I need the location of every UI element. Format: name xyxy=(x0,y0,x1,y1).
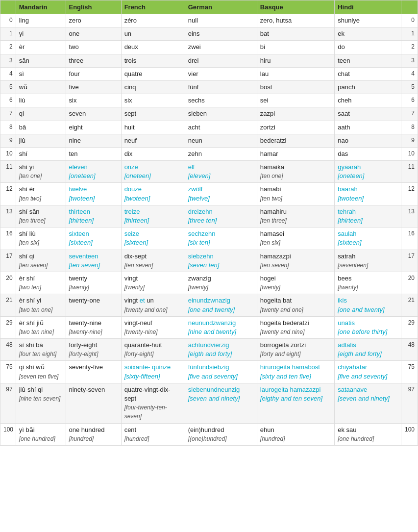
row-number-right: 97 xyxy=(401,383,418,423)
cell-german: null xyxy=(185,14,257,27)
table-row: 75qi shí wǔ[seven ten five]seventy-fives… xyxy=(0,361,418,383)
table-row: 11shí yi[ten one]eleven[oneteen]onze[one… xyxy=(0,161,418,183)
cell-basque: hamaika[ten one] xyxy=(257,161,334,183)
cell-mandarin: ling xyxy=(16,14,66,27)
table-row: 1yioneuneinsbatek1 xyxy=(0,27,418,41)
header-german: German xyxy=(185,0,257,14)
cell-french: trois xyxy=(121,54,185,67)
row-number: 100 xyxy=(0,423,16,445)
cell-english: one hundred[hundred] xyxy=(66,423,121,445)
cell-german: sechzehn[six ten] xyxy=(185,228,257,250)
row-number: 3 xyxy=(0,54,16,67)
header-hindi: Hindi xyxy=(335,0,401,14)
cell-hindi: baarah[twoteen] xyxy=(335,183,401,205)
cell-hindi: adtalis[eigth and forty] xyxy=(335,339,401,361)
cell-french: douze[twoteen] xyxy=(121,183,185,205)
row-number-right: 16 xyxy=(401,228,418,250)
row-number: 12 xyxy=(0,183,16,205)
cell-french: cinq xyxy=(121,80,185,94)
cell-french: vingt[twenty] xyxy=(121,272,185,294)
cell-english: two xyxy=(66,41,121,54)
cell-german: eins xyxy=(185,27,257,41)
cell-hindi: ek sau[one hundred] xyxy=(335,423,401,445)
row-number-right: 10 xyxy=(401,147,418,160)
cell-mandarin: jiǔ xyxy=(16,134,66,147)
header-basque: Basque xyxy=(257,0,334,14)
table-row: 29èr shí jiǔ[two ten nine]twenty-nine[tw… xyxy=(0,316,418,338)
cell-basque: hamar xyxy=(257,147,334,160)
table-row: 21èr shí yi[two ten one]twenty-onevingt … xyxy=(0,294,418,316)
cell-mandarin: sì shí bā[four ten eight] xyxy=(16,339,66,361)
cell-english: seventeen[ten seven] xyxy=(66,250,121,272)
cell-basque: lau xyxy=(257,67,334,80)
cell-english: sixteen[sixteen] xyxy=(66,228,121,250)
table-row: 97jiǔ shí qi[nine ten seven]ninety-seven… xyxy=(0,383,418,423)
row-number: 5 xyxy=(0,80,16,94)
cell-french: cent[hundred] xyxy=(121,423,185,445)
row-number: 11 xyxy=(0,161,16,183)
row-number-right: 75 xyxy=(401,361,418,383)
cell-basque: hogei[twenty] xyxy=(257,272,334,294)
cell-german: sechs xyxy=(185,94,257,107)
cell-french: quatre-vingt-dix-sept[four-twenty-ten-se… xyxy=(121,383,185,423)
row-number-right: 12 xyxy=(401,183,418,205)
cell-french: dix xyxy=(121,147,185,160)
cell-basque: borrogeita zortzi[forty and eight] xyxy=(257,339,334,361)
cell-german: neunundzwanzig[nine and twenty] xyxy=(185,316,257,338)
cell-hindi: das xyxy=(335,147,401,160)
cell-mandarin: shí sān[ten three] xyxy=(16,205,66,227)
cell-basque: bost xyxy=(257,80,334,94)
cell-german: (ein)hundred[(one)hundred] xyxy=(185,423,257,445)
row-number: 2 xyxy=(0,41,16,54)
table-row: 7qisevenseptsiebenzazpisaat7 xyxy=(0,107,418,121)
cell-english: nine xyxy=(66,134,121,147)
cell-hindi: satrah[seventeen] xyxy=(335,250,401,272)
cell-german: drei xyxy=(185,54,257,67)
row-number-right: 5 xyxy=(401,80,418,94)
row-number-right: 4 xyxy=(401,67,418,80)
row-number: 7 xyxy=(0,107,16,121)
table-row: 3sānthreetroisdreihiruteen3 xyxy=(0,54,418,67)
cell-english: twelve[twoteen] xyxy=(66,183,121,205)
row-number-right: 11 xyxy=(401,161,418,183)
cell-english: one xyxy=(66,27,121,41)
cell-hindi: sataanave[seven and ninety] xyxy=(335,383,401,423)
cell-german: acht xyxy=(185,121,257,134)
cell-french: deux xyxy=(121,41,185,54)
cell-french: un xyxy=(121,27,185,41)
cell-basque: bat xyxy=(257,27,334,41)
row-number-right: 29 xyxy=(401,316,418,338)
table-row: 13shí sān[ten three]thirteen[thirteen]tr… xyxy=(0,205,418,227)
cell-mandarin: jiǔ shí qi[nine ten seven] xyxy=(16,383,66,423)
cell-hindi: cheh xyxy=(335,94,401,107)
row-number: 13 xyxy=(0,205,16,227)
cell-german: fünfundsiebzig[five and seventy] xyxy=(185,361,257,383)
cell-german: vier xyxy=(185,67,257,80)
cell-hindi: chat xyxy=(335,67,401,80)
cell-french: treize[thirteen] xyxy=(121,205,185,227)
cell-mandarin: qi xyxy=(16,107,66,121)
row-number-right: 20 xyxy=(401,272,418,294)
row-number-right: 3 xyxy=(401,54,418,67)
cell-german: zwanzig[twenty] xyxy=(185,272,257,294)
table-row: 10shítendixzehnhamardas10 xyxy=(0,147,418,160)
cell-french: quatre xyxy=(121,67,185,80)
cell-french: huit xyxy=(121,121,185,134)
cell-english: six xyxy=(66,94,121,107)
cell-mandarin: sān xyxy=(16,54,66,67)
row-number-right: 48 xyxy=(401,339,418,361)
row-number: 9 xyxy=(0,134,16,147)
cell-english: ninety-seven xyxy=(66,383,121,423)
cell-hindi: ikis[one and twenty] xyxy=(335,294,401,316)
cell-german: zwei xyxy=(185,41,257,54)
cell-mandarin: liù xyxy=(16,94,66,107)
header-row: Mandarin English French German Basque Hi… xyxy=(0,0,418,14)
row-number: 17 xyxy=(0,250,16,272)
cell-english: seven xyxy=(66,107,121,121)
header-french: French xyxy=(121,0,185,14)
cell-basque: sei xyxy=(257,94,334,107)
cell-basque: ehun[hundred] xyxy=(257,423,334,445)
cell-english: four xyxy=(66,67,121,80)
row-number-right: 100 xyxy=(401,423,418,445)
cell-basque: hogeita bederatzi[twenty and nine] xyxy=(257,316,334,338)
